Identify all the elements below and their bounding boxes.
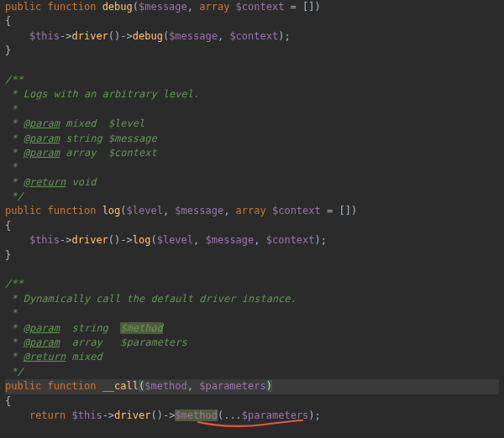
doc-comment-line: * @param array $parameters <box>5 336 499 350</box>
doc-comment-open: /** <box>5 73 499 87</box>
var-this: $this <box>29 30 60 42</box>
brace-close: } <box>5 44 11 56</box>
code-line: $this->driver()->log($level, $message, $… <box>5 233 499 248</box>
doc-comment-open: /** <box>5 277 499 291</box>
matched-paren-close: ) <box>266 380 272 392</box>
doc-comment-line: * <box>5 102 499 117</box>
code-line <box>5 263 499 277</box>
doc-comment-line: * @return mixed <box>5 350 499 364</box>
var-parameters: $parameters <box>199 380 265 392</box>
phpdoc-param: @param <box>24 117 60 129</box>
var-level: $level <box>127 205 163 216</box>
phpdoc-param: @param <box>24 147 60 159</box>
code-line: { <box>5 219 499 233</box>
doc-comment-line: * Dynamically call the default driver in… <box>5 292 499 306</box>
code-line <box>5 59 499 73</box>
keyword-function: function <box>48 1 97 13</box>
phpdoc-return: @return <box>24 176 66 188</box>
method-driver: driver <box>71 30 108 42</box>
code-editor[interactable]: public function debug($message, array $c… <box>0 0 504 438</box>
function-name-debug: debug <box>102 1 133 13</box>
doc-comment-line: * <box>5 160 499 175</box>
highlighted-var-method: $method <box>175 409 218 421</box>
var-context: $context <box>236 1 285 13</box>
function-name-call: __call <box>102 380 139 392</box>
doc-comment-line: * @param string $method <box>5 321 499 336</box>
doc-comment-line: * @param array $context <box>5 146 499 160</box>
code-line: } <box>5 44 499 58</box>
keyword-public: public <box>5 1 41 13</box>
code-line: public function log($level, $message, ar… <box>5 204 499 218</box>
var-message: $message <box>139 1 187 13</box>
function-name-log: log <box>102 205 121 216</box>
code-line-highlighted: public function __call($method, $paramet… <box>5 379 499 394</box>
code-line: { <box>5 394 499 409</box>
doc-comment-line: * <box>5 306 499 321</box>
code-line: public function debug($message, array $c… <box>5 0 499 14</box>
var-method: $method <box>144 380 187 392</box>
code-line: { <box>5 14 499 29</box>
spread-operator: ... <box>223 409 242 421</box>
code-line: return $this->driver()->$method(...$para… <box>5 409 499 438</box>
method-debug: debug <box>133 30 163 42</box>
doc-comment-close: */ <box>5 365 499 379</box>
code-line: $this->driver()->debug($message, $contex… <box>5 29 499 44</box>
keyword-array: array <box>199 1 229 13</box>
doc-comment-line: * Logs with an arbitrary level. <box>5 87 499 102</box>
paren-open: ( <box>133 1 139 13</box>
brace-open: { <box>5 15 11 27</box>
highlighted-docvar-method: $method <box>120 322 163 334</box>
code-line: } <box>5 248 499 263</box>
doc-comment-line: * @param string $message <box>5 132 499 146</box>
phpdoc-param: @param <box>24 133 60 144</box>
doc-comment-line: * @return void <box>5 175 499 190</box>
keyword-return: return <box>29 409 66 421</box>
doc-comment-close: */ <box>5 190 499 204</box>
doc-comment-line: * @param mixed $level <box>5 117 499 131</box>
